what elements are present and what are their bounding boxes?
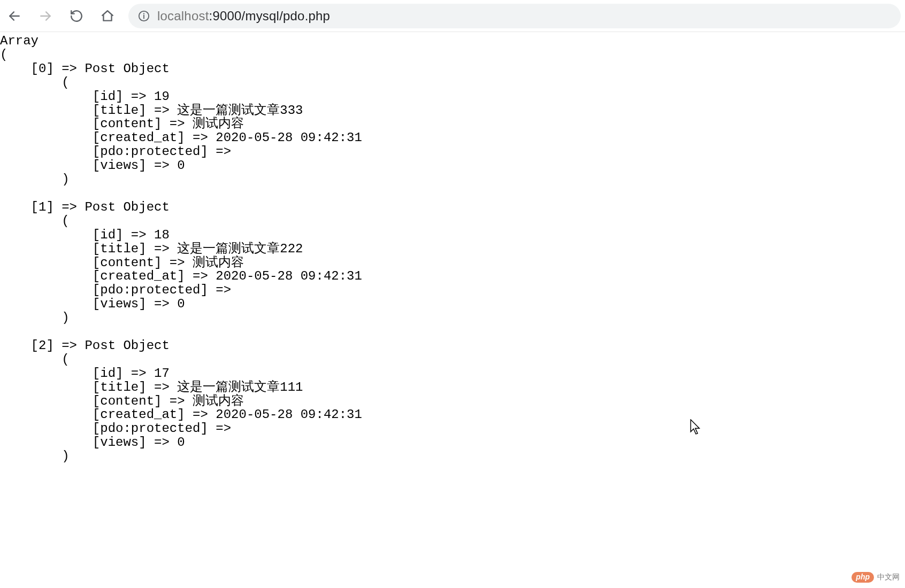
browser-toolbar: localhost:9000/mysql/pdo.php: [0, 0, 905, 32]
address-bar[interactable]: localhost:9000/mysql/pdo.php: [128, 4, 901, 28]
php-output: Array ( [0] => Post Object ( [id] => 19 …: [0, 32, 905, 463]
watermark-pill: php: [852, 572, 874, 583]
reload-icon: [70, 9, 83, 23]
home-button[interactable]: [97, 6, 118, 26]
back-button[interactable]: [4, 6, 25, 26]
url-path: :9000/mysql/pdo.php: [209, 9, 331, 23]
watermark-text: 中文网: [877, 572, 900, 582]
reload-button[interactable]: [66, 6, 87, 26]
arrow-right-icon: [39, 9, 52, 23]
site-info-icon[interactable]: [138, 10, 150, 22]
url-host: localhost: [157, 9, 209, 23]
home-icon: [101, 9, 114, 23]
svg-point-4: [143, 13, 144, 14]
forward-button[interactable]: [35, 6, 56, 26]
watermark: php 中文网: [852, 572, 900, 583]
arrow-left-icon: [7, 9, 21, 23]
url-text: localhost:9000/mysql/pdo.php: [157, 9, 330, 24]
